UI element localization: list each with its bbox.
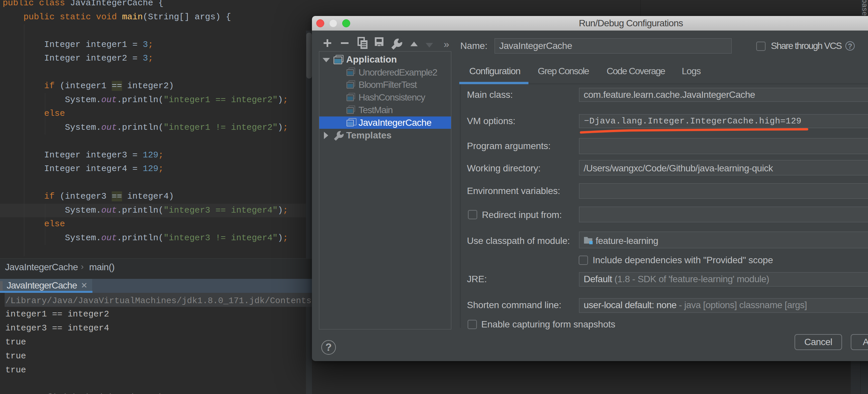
svg-text:»: »: [444, 39, 449, 50]
